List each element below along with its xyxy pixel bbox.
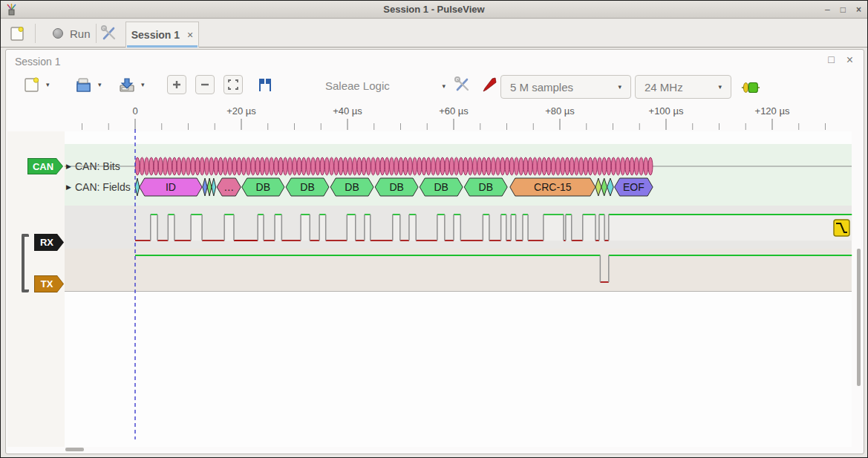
panel-title: Session 1 (15, 56, 60, 68)
run-button[interactable]: Run (47, 24, 97, 43)
svg-text:EOF: EOF (623, 181, 645, 193)
open-file-dropdown-icon[interactable]: ▾ (98, 81, 102, 88)
device-selector[interactable]: Saleae Logic ▾ (325, 79, 446, 92)
toolbar-separator (35, 24, 36, 43)
tab-active-indicator (127, 45, 198, 48)
add-decoder-button[interactable] (741, 78, 760, 97)
can-fields-annotations[interactable]: ID…DBDBDBDBDBDBCRC-15EOF (135, 178, 653, 196)
new-session-button[interactable] (8, 24, 26, 42)
rx-trigger-falling-edge-icon[interactable] (834, 220, 849, 236)
channel-group-bracket[interactable] (22, 234, 29, 292)
svg-text:DB: DB (434, 181, 448, 193)
save-file-button[interactable] (117, 75, 137, 94)
time-ruler: 0+20 µs+40 µs+60 µs+80 µs+100 µs+120 µs (82, 105, 826, 130)
svg-text:…: … (223, 181, 234, 193)
horizontal-scrollbar[interactable] (65, 448, 84, 451)
device-label: Saleae Logic (325, 79, 390, 92)
svg-text:ID: ID (166, 181, 176, 193)
new-file-dropdown-icon[interactable]: ▾ (46, 81, 50, 88)
svg-text:+20 µs: +20 µs (226, 105, 256, 117)
close-icon[interactable]: × (856, 5, 861, 14)
svg-text:+100 µs: +100 µs (649, 105, 684, 117)
panel-maximize-icon[interactable]: □ (828, 54, 834, 66)
pulseview-window: Session 1 - PulseView – □ × Run Session … (0, 0, 868, 458)
open-file-button[interactable] (74, 75, 94, 94)
device-dropdown-icon: ▾ (442, 82, 446, 90)
svg-text:+40 µs: +40 µs (333, 105, 362, 117)
svg-text:+120 µs: +120 µs (755, 105, 790, 117)
zoom-in-button[interactable] (167, 75, 186, 94)
tab-label: Session 1 (131, 29, 180, 41)
svg-text:DB: DB (345, 181, 359, 193)
maximize-icon[interactable]: □ (841, 5, 846, 14)
tab-close-icon[interactable]: × (187, 29, 193, 41)
zoom-fit-button[interactable] (223, 75, 243, 94)
svg-text:+60 µs: +60 µs (439, 105, 469, 117)
svg-text:DB: DB (256, 181, 270, 193)
svg-text:DB: DB (479, 181, 493, 193)
minimize-icon[interactable]: – (825, 5, 830, 14)
sample-count-value: 5 M samples (510, 81, 573, 94)
sample-rate-dropdown-icon: ▾ (718, 83, 722, 91)
main-toolbar: Run Session 1 × (1, 19, 867, 48)
decoder-tag-label: CAN (28, 159, 62, 174)
channel-tag-rx-label: RX (35, 235, 63, 250)
window-title: Session 1 - PulseView (1, 4, 867, 15)
svg-text:CRC-15: CRC-15 (534, 181, 572, 193)
trace-view[interactable]: 0+20 µs+40 µs+60 µs+80 µs+100 µs+120 µsI… (7, 104, 861, 447)
toolbar-separator (96, 24, 97, 43)
show-cursors-button[interactable] (255, 75, 275, 94)
settings-button[interactable] (99, 24, 119, 42)
run-label: Run (70, 27, 91, 40)
channels-probe-button[interactable] (480, 75, 499, 94)
channel-tag-tx-label: TX (35, 276, 63, 292)
row-label-can-bits[interactable]: CAN: Bits (75, 160, 120, 172)
sample-count-combobox[interactable]: 5 M samples ▾ (500, 75, 631, 99)
svg-text:DB: DB (300, 181, 314, 193)
sample-rate-combobox[interactable]: 24 MHz ▾ (635, 75, 731, 99)
svg-text:+80 µs: +80 µs (545, 105, 575, 117)
save-file-dropdown-icon[interactable]: ▾ (141, 81, 145, 88)
svg-text:0: 0 (132, 105, 137, 117)
run-state-icon (53, 28, 63, 39)
session-toolbar: ▾ ▾ ▾ (6, 72, 864, 102)
device-settings-button[interactable] (453, 75, 472, 94)
title-bar: Session 1 - PulseView – □ × (1, 1, 867, 19)
session-panel: Session 1 □ × ▾ ▾ (5, 49, 864, 454)
new-file-button[interactable] (22, 75, 42, 94)
expander-can-fields-icon[interactable]: ▶ (66, 183, 71, 191)
svg-text:DB: DB (389, 181, 403, 193)
vertical-scrollbar[interactable] (857, 249, 861, 386)
tab-session-1[interactable]: Session 1 × (125, 22, 199, 48)
panel-close-icon[interactable]: × (846, 54, 853, 66)
sample-count-dropdown-icon: ▾ (618, 83, 621, 91)
row-label-can-fields[interactable]: CAN: Fields (75, 181, 131, 193)
decoder-tag-can[interactable]: CAN (27, 158, 63, 174)
expander-can-bits-icon[interactable]: ▶ (66, 163, 71, 170)
sample-rate-value: 24 MHz (645, 81, 683, 94)
zoom-out-button[interactable] (195, 75, 215, 94)
